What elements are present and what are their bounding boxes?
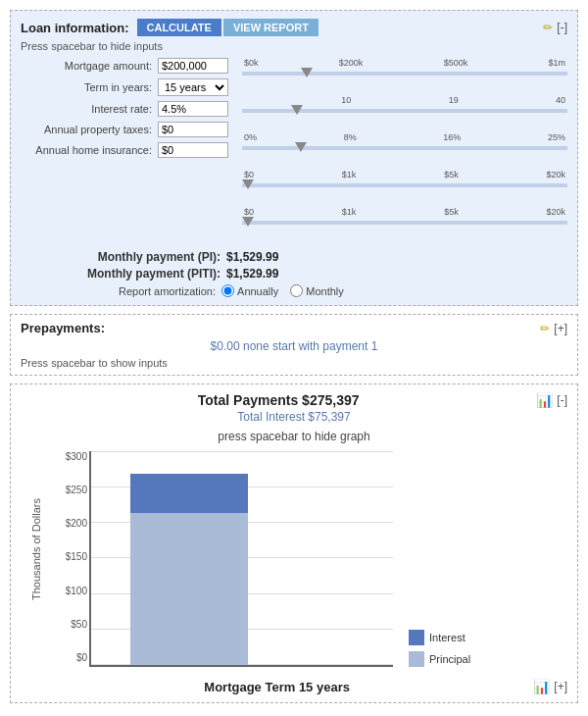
term-row: Term in years: 15 years 10 years 20 year…	[21, 78, 236, 96]
chart-footer-actions: 📊 [+]	[533, 679, 567, 694]
y-tick-50: $50	[48, 619, 87, 630]
monthly-pi-row: Monthly payment (PI): $1,529.99	[30, 250, 567, 264]
mortgage-input[interactable]	[158, 58, 228, 74]
y-tick-300: $300	[48, 451, 87, 462]
rate-slider-row: 0% 8% 16% 25%	[242, 132, 567, 164]
chart-footer-icon[interactable]: 📊	[533, 679, 550, 694]
prepay-expand-icon[interactable]: [+]	[554, 322, 567, 335]
total-header: Total Payments $275,397 📊 [-]	[21, 392, 567, 408]
chart-footer-title: Mortgage Term 15 years	[21, 680, 533, 694]
legend-principal: Principal	[409, 651, 470, 667]
mortgage-slider-row: $0k $200k $500k $1m	[242, 58, 567, 89]
chart-container: Thousands of Dollars $300 $250 $200 $150…	[21, 451, 567, 671]
amortization-monthly-text: Monthly	[306, 285, 344, 297]
prepay-pencil-icon[interactable]: ✏	[540, 322, 550, 335]
total-interest: Total Interest $75,397	[21, 410, 567, 424]
monthly-pi-value: $1,529.99	[226, 250, 278, 264]
monthly-piti-row: Monthly payment (PITI): $1,529.99	[30, 267, 567, 281]
y-tick-0: $0	[48, 652, 87, 663]
prepay-header: Prepayments: ✏ [+]	[21, 321, 567, 335]
mortgage-slider-thumb[interactable]	[301, 68, 313, 77]
legend-principal-color	[409, 651, 424, 667]
mortgage-row: Mortgage amount:	[21, 58, 236, 74]
taxes-input[interactable]	[158, 122, 228, 137]
results-area: Monthly payment (PI): $1,529.99 Monthly …	[21, 250, 567, 297]
amortization-annually-radio[interactable]	[221, 284, 234, 297]
view-report-button[interactable]: VIEW REPORT	[223, 19, 318, 36]
rate-label: Interest rate:	[21, 103, 158, 115]
monthly-piti-label: Monthly payment (PITI):	[30, 267, 226, 281]
amortization-annually-label[interactable]: Annually	[221, 284, 278, 297]
prepay-title: Prepayments:	[21, 321, 105, 335]
monthly-piti-value: $1,529.99	[226, 267, 278, 281]
insurance-slider-thumb[interactable]	[242, 217, 254, 227]
press-hint: Press spacebar to hide inputs	[21, 40, 567, 52]
insurance-slider-track[interactable]	[242, 217, 567, 229]
amortization-monthly-label[interactable]: Monthly	[290, 284, 344, 297]
term-select[interactable]: 15 years 10 years 20 years 30 years	[158, 78, 228, 96]
y-axis-label: Thousands of Dollars	[30, 451, 42, 647]
calculate-button[interactable]: CALCULATE	[137, 19, 221, 36]
chart-expand-icon[interactable]: [+]	[554, 680, 567, 693]
rate-row: Interest rate:	[21, 101, 236, 117]
mortgage-slider-track[interactable]	[242, 68, 567, 79]
term-label: Term in years:	[21, 81, 158, 93]
total-section: Total Payments $275,397 📊 [-] Total Inte…	[10, 384, 578, 703]
form-fields: Mortgage amount: Term in years: 15 years…	[21, 58, 236, 163]
insurance-slider-row: $0 $1k $5k $20k	[242, 207, 567, 238]
pencil-icon[interactable]: ✏	[543, 21, 553, 34]
insurance-slider-bg	[242, 221, 567, 225]
insurance-row: Annual home insurance:	[21, 142, 236, 158]
y-tick-100: $100	[48, 586, 87, 596]
collapse-icon[interactable]: [-]	[557, 21, 567, 34]
y-tick-150: $150	[48, 551, 87, 562]
total-actions: 📊 [-]	[536, 392, 567, 408]
amortization-annually-text: Annually	[237, 285, 278, 297]
bar-group	[130, 474, 248, 665]
monthly-pi-label: Monthly payment (PI):	[30, 250, 226, 264]
mortgage-slider-bg	[242, 72, 567, 76]
slider-area: $0k $200k $500k $1m 10	[242, 58, 567, 242]
loan-header: Loan information: CALCULATE VIEW REPORT …	[21, 19, 567, 36]
rate-slider-thumb[interactable]	[295, 142, 307, 152]
rate-input[interactable]	[158, 101, 228, 117]
taxes-slider-track[interactable]	[242, 179, 567, 191]
prepay-actions: ✏ [+]	[540, 322, 567, 335]
show-hint: Press spacebar to show inputs	[21, 357, 567, 369]
legend-principal-label: Principal	[429, 653, 470, 665]
chart-inner: $300 $250 $200 $150 $100 $50 $0	[46, 451, 558, 671]
legend-interest-color	[409, 630, 424, 645]
total-collapse-icon[interactable]: [-]	[557, 393, 567, 407]
grid-line-1	[91, 451, 393, 452]
header-actions: ✏ [-]	[543, 21, 567, 34]
bar-principal	[130, 513, 248, 665]
prepay-value: $0.00 none start with payment 1	[21, 339, 567, 353]
rate-slider-track[interactable]	[242, 142, 567, 154]
taxes-slider-thumb[interactable]	[242, 179, 254, 189]
legend-interest: Interest	[409, 630, 470, 645]
amortization-monthly-radio[interactable]	[290, 284, 303, 297]
term-slider-thumb[interactable]	[291, 105, 303, 115]
prepay-section: Prepayments: ✏ [+] $0.00 none start with…	[10, 314, 578, 376]
insurance-label: Annual home insurance:	[21, 144, 158, 156]
term-slider-row: 10 19 40	[242, 95, 567, 127]
taxes-label: Annual property taxes:	[21, 124, 158, 135]
loan-title: Loan information:	[21, 21, 129, 35]
amortization-label: Report amortization:	[119, 285, 216, 297]
loan-section: Loan information: CALCULATE VIEW REPORT …	[10, 10, 578, 306]
term-slider-track[interactable]	[242, 105, 567, 117]
insurance-input[interactable]	[158, 142, 228, 158]
term-slider-bg	[242, 109, 567, 113]
input-area: Mortgage amount: Term in years: 15 years…	[21, 58, 567, 242]
chart-icon[interactable]: 📊	[536, 392, 553, 408]
mortgage-label: Mortgage amount:	[21, 60, 158, 72]
term-slider-labels: 10 19 40	[242, 95, 567, 105]
rate-slider-labels: 0% 8% 16% 25%	[242, 132, 567, 142]
chart-area: $300 $250 $200 $150 $100 $50 $0	[89, 451, 393, 667]
taxes-slider-bg	[242, 183, 567, 187]
y-tick-200: $200	[48, 518, 87, 529]
total-title: Total Payments $275,397	[21, 392, 536, 408]
legend-interest-label: Interest	[429, 632, 466, 643]
y-tick-250: $250	[48, 485, 87, 495]
amortization-row: Report amortization: Annually Monthly	[30, 284, 567, 297]
